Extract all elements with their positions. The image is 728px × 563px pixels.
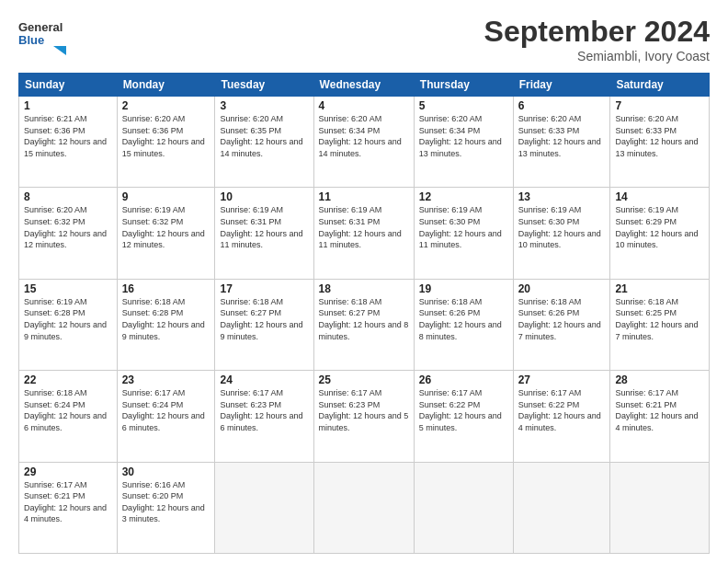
day-number: 18 xyxy=(319,282,409,295)
calendar-cell xyxy=(513,462,610,553)
day-info: Sunrise: 6:19 AMSunset: 6:32 PMDaylight:… xyxy=(122,204,210,250)
calendar-cell: 2Sunrise: 6:20 AMSunset: 6:36 PMDaylight… xyxy=(117,97,215,188)
calendar-cell: 5Sunrise: 6:20 AMSunset: 6:34 PMDaylight… xyxy=(414,97,513,188)
day-info: Sunrise: 6:18 AMSunset: 6:26 PMDaylight:… xyxy=(518,296,606,342)
day-number: 28 xyxy=(615,373,704,386)
col-friday: Friday xyxy=(513,74,610,97)
calendar-cell: 27Sunrise: 6:17 AMSunset: 6:22 PMDayligh… xyxy=(513,371,610,462)
calendar-cell: 6Sunrise: 6:20 AMSunset: 6:33 PMDaylight… xyxy=(513,97,610,188)
day-info: Sunrise: 6:19 AMSunset: 6:31 PMDaylight:… xyxy=(319,204,409,250)
day-number: 22 xyxy=(24,373,112,386)
day-info: Sunrise: 6:19 AMSunset: 6:28 PMDaylight:… xyxy=(24,296,112,342)
day-number: 30 xyxy=(122,465,210,478)
day-number: 8 xyxy=(24,190,112,203)
calendar-cell: 16Sunrise: 6:18 AMSunset: 6:28 PMDayligh… xyxy=(117,279,215,370)
day-info: Sunrise: 6:18 AMSunset: 6:27 PMDaylight:… xyxy=(220,296,308,342)
calendar-header-row: Sunday Monday Tuesday Wednesday Thursday… xyxy=(19,74,710,97)
day-info: Sunrise: 6:17 AMSunset: 6:23 PMDaylight:… xyxy=(220,387,308,433)
calendar-week-4: 22Sunrise: 6:18 AMSunset: 6:24 PMDayligh… xyxy=(19,371,710,462)
col-tuesday: Tuesday xyxy=(215,74,313,97)
calendar-week-2: 8Sunrise: 6:20 AMSunset: 6:32 PMDaylight… xyxy=(19,188,710,279)
day-info: Sunrise: 6:17 AMSunset: 6:21 PMDaylight:… xyxy=(24,479,112,525)
logo: General Blue xyxy=(18,15,74,55)
day-number: 15 xyxy=(24,282,112,295)
calendar-week-3: 15Sunrise: 6:19 AMSunset: 6:28 PMDayligh… xyxy=(19,279,710,370)
calendar-cell: 7Sunrise: 6:20 AMSunset: 6:33 PMDaylight… xyxy=(610,97,710,188)
day-number: 17 xyxy=(220,282,308,295)
calendar-cell: 26Sunrise: 6:17 AMSunset: 6:22 PMDayligh… xyxy=(414,371,513,462)
col-sunday: Sunday xyxy=(19,74,118,97)
day-number: 27 xyxy=(518,373,606,386)
logo-icon: General Blue xyxy=(18,15,74,55)
day-number: 9 xyxy=(122,190,210,203)
day-number: 13 xyxy=(518,190,606,203)
calendar-cell: 10Sunrise: 6:19 AMSunset: 6:31 PMDayligh… xyxy=(215,188,313,279)
calendar-cell: 13Sunrise: 6:19 AMSunset: 6:30 PMDayligh… xyxy=(513,188,610,279)
day-number: 25 xyxy=(319,373,409,386)
calendar-cell: 15Sunrise: 6:19 AMSunset: 6:28 PMDayligh… xyxy=(19,279,118,370)
svg-text:Blue: Blue xyxy=(18,33,44,47)
svg-marker-2 xyxy=(53,46,66,55)
col-thursday: Thursday xyxy=(414,74,513,97)
day-info: Sunrise: 6:18 AMSunset: 6:27 PMDaylight:… xyxy=(319,296,409,342)
calendar-cell: 23Sunrise: 6:17 AMSunset: 6:24 PMDayligh… xyxy=(117,371,215,462)
svg-text:General: General xyxy=(18,20,63,34)
col-monday: Monday xyxy=(117,74,215,97)
day-info: Sunrise: 6:20 AMSunset: 6:33 PMDaylight:… xyxy=(518,113,606,159)
calendar-cell: 11Sunrise: 6:19 AMSunset: 6:31 PMDayligh… xyxy=(313,188,414,279)
calendar-cell: 28Sunrise: 6:17 AMSunset: 6:21 PMDayligh… xyxy=(610,371,710,462)
day-number: 21 xyxy=(615,282,704,295)
day-info: Sunrise: 6:19 AMSunset: 6:30 PMDaylight:… xyxy=(518,204,606,250)
calendar-cell: 14Sunrise: 6:19 AMSunset: 6:29 PMDayligh… xyxy=(610,188,710,279)
title-block: September 2024 Semiambli, Ivory Coast xyxy=(484,15,710,63)
month-title: September 2024 xyxy=(484,15,710,49)
calendar-cell: 1Sunrise: 6:21 AMSunset: 6:36 PMDaylight… xyxy=(19,97,118,188)
day-info: Sunrise: 6:19 AMSunset: 6:30 PMDaylight:… xyxy=(419,204,508,250)
day-info: Sunrise: 6:17 AMSunset: 6:24 PMDaylight:… xyxy=(122,387,210,433)
day-info: Sunrise: 6:20 AMSunset: 6:32 PMDaylight:… xyxy=(24,204,112,250)
day-number: 29 xyxy=(24,465,112,478)
calendar-cell: 19Sunrise: 6:18 AMSunset: 6:26 PMDayligh… xyxy=(414,279,513,370)
calendar-cell: 3Sunrise: 6:20 AMSunset: 6:35 PMDaylight… xyxy=(215,97,313,188)
day-info: Sunrise: 6:18 AMSunset: 6:24 PMDaylight:… xyxy=(24,387,112,433)
day-info: Sunrise: 6:16 AMSunset: 6:20 PMDaylight:… xyxy=(122,479,210,525)
calendar-cell: 22Sunrise: 6:18 AMSunset: 6:24 PMDayligh… xyxy=(19,371,118,462)
calendar-cell: 21Sunrise: 6:18 AMSunset: 6:25 PMDayligh… xyxy=(610,279,710,370)
day-info: Sunrise: 6:20 AMSunset: 6:34 PMDaylight:… xyxy=(319,113,409,159)
day-number: 20 xyxy=(518,282,606,295)
calendar-cell: 18Sunrise: 6:18 AMSunset: 6:27 PMDayligh… xyxy=(313,279,414,370)
col-saturday: Saturday xyxy=(610,74,710,97)
day-info: Sunrise: 6:17 AMSunset: 6:22 PMDaylight:… xyxy=(419,387,508,433)
day-number: 23 xyxy=(122,373,210,386)
calendar-cell: 25Sunrise: 6:17 AMSunset: 6:23 PMDayligh… xyxy=(313,371,414,462)
day-number: 11 xyxy=(319,190,409,203)
day-number: 12 xyxy=(419,190,508,203)
location: Semiambli, Ivory Coast xyxy=(484,49,710,63)
day-number: 19 xyxy=(419,282,508,295)
calendar-cell: 4Sunrise: 6:20 AMSunset: 6:34 PMDaylight… xyxy=(313,97,414,188)
day-number: 1 xyxy=(24,99,112,112)
calendar-cell: 17Sunrise: 6:18 AMSunset: 6:27 PMDayligh… xyxy=(215,279,313,370)
calendar-cell: 9Sunrise: 6:19 AMSunset: 6:32 PMDaylight… xyxy=(117,188,215,279)
calendar-cell xyxy=(414,462,513,553)
header: General Blue September 2024 Semiambli, I… xyxy=(18,15,710,63)
day-info: Sunrise: 6:18 AMSunset: 6:26 PMDaylight:… xyxy=(419,296,508,342)
calendar-week-5: 29Sunrise: 6:17 AMSunset: 6:21 PMDayligh… xyxy=(19,462,710,553)
col-wednesday: Wednesday xyxy=(313,74,414,97)
day-number: 3 xyxy=(220,99,308,112)
day-info: Sunrise: 6:17 AMSunset: 6:22 PMDaylight:… xyxy=(518,387,606,433)
day-info: Sunrise: 6:20 AMSunset: 6:33 PMDaylight:… xyxy=(615,113,704,159)
page: General Blue September 2024 Semiambli, I… xyxy=(0,0,728,563)
day-number: 4 xyxy=(319,99,409,112)
calendar-cell: 30Sunrise: 6:16 AMSunset: 6:20 PMDayligh… xyxy=(117,462,215,553)
day-number: 26 xyxy=(419,373,508,386)
calendar-cell: 29Sunrise: 6:17 AMSunset: 6:21 PMDayligh… xyxy=(19,462,118,553)
day-number: 14 xyxy=(615,190,704,203)
day-number: 2 xyxy=(122,99,210,112)
day-info: Sunrise: 6:18 AMSunset: 6:25 PMDaylight:… xyxy=(615,296,704,342)
day-info: Sunrise: 6:17 AMSunset: 6:21 PMDaylight:… xyxy=(615,387,704,433)
calendar-table: Sunday Monday Tuesday Wednesday Thursday… xyxy=(18,73,710,554)
day-info: Sunrise: 6:20 AMSunset: 6:35 PMDaylight:… xyxy=(220,113,308,159)
day-number: 16 xyxy=(122,282,210,295)
day-number: 6 xyxy=(518,99,606,112)
